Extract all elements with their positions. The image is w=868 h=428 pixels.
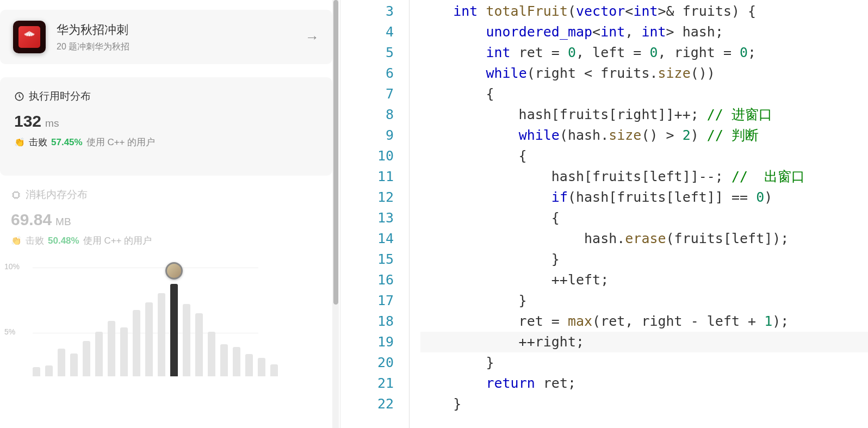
line-number: 18 — [349, 311, 394, 332]
chart-bar[interactable] — [145, 302, 153, 376]
memory-icon — [11, 190, 21, 200]
code-line[interactable]: return ret; — [420, 373, 868, 394]
memory-num: 69.84 — [11, 210, 52, 229]
chart-bar[interactable] — [133, 310, 140, 376]
scrollbar-track[interactable] — [332, 0, 339, 428]
left-panel: 华为秋招冲刺 20 题冲刺华为秋招 → 执行用时分布 132 ms 👏 击败 5… — [0, 0, 340, 428]
user-avatar-marker[interactable] — [165, 262, 183, 280]
code-line[interactable]: ++left; — [420, 270, 868, 290]
code-line[interactable]: { — [420, 146, 868, 166]
line-number: 15 — [349, 249, 394, 270]
runtime-header-text: 执行用时分布 — [29, 89, 91, 103]
chart-bar[interactable] — [108, 321, 115, 376]
promo-card[interactable]: 华为秋招冲刺 20 题冲刺华为秋招 → — [0, 10, 332, 64]
line-number: 10 — [349, 146, 394, 166]
runtime-beat: 👏 击败 57.45% 使用 C++ 的用户 — [14, 136, 318, 148]
beat-pct: 57.45% — [51, 137, 83, 148]
chart-bar[interactable] — [220, 344, 228, 377]
chart-bar[interactable] — [58, 349, 65, 376]
line-number: 11 — [349, 166, 394, 187]
memory-header-text: 消耗内存分布 — [26, 188, 88, 202]
code-line[interactable]: unordered_map<int, int> hash; — [420, 22, 868, 42]
code-line[interactable]: int ret = 0, left = 0, right = 0; — [420, 42, 868, 63]
line-number: 19 — [349, 332, 394, 352]
memory-beat: 👏 击败 50.48% 使用 C++ 的用户 — [11, 234, 326, 247]
line-number: 8 — [349, 104, 394, 125]
line-number: 3 — [349, 1, 394, 22]
line-number: 12 — [349, 187, 394, 208]
beat-rest: 使用 C++ 的用户 — [86, 136, 156, 148]
beat-pct: 50.48% — [48, 235, 79, 246]
line-number: 6 — [349, 63, 394, 84]
scrollbar-thumb[interactable] — [333, 0, 338, 305]
chart-bar[interactable] — [70, 353, 78, 377]
chart-bars — [33, 284, 278, 376]
code-line[interactable]: { — [420, 84, 868, 104]
beat-rest: 使用 C++ 的用户 — [83, 234, 152, 247]
runtime-unit: ms — [45, 117, 59, 129]
memory-value: 69.84 MB — [11, 210, 326, 229]
line-number: 9 — [349, 125, 394, 146]
code-line[interactable]: while(right < fruits.size()) — [420, 63, 868, 84]
code-line[interactable]: while(hash.size() > 2) // 判断 — [420, 125, 868, 146]
runtime-distribution-chart[interactable]: 10% 5% — [0, 262, 340, 376]
runtime-stats-card[interactable]: 执行用时分布 132 ms 👏 击败 57.45% 使用 C++ 的用户 — [0, 77, 332, 176]
code-line[interactable]: ret = max(ret, right - left + 1); — [420, 311, 868, 332]
line-number: 7 — [349, 84, 394, 104]
line-number: 14 — [349, 228, 394, 249]
code-line[interactable]: } — [420, 290, 868, 311]
code-line[interactable]: if(hash[fruits[left]] == 0) — [420, 187, 868, 208]
memory-header: 消耗内存分布 — [11, 188, 326, 202]
chart-bar[interactable] — [158, 293, 165, 376]
svg-rect-1 — [14, 192, 19, 197]
chart-bar[interactable] — [33, 367, 40, 376]
code-editor[interactable]: 345678910111213141516171819202122 int to… — [349, 0, 868, 428]
line-number: 21 — [349, 373, 394, 394]
line-number: 20 — [349, 352, 394, 373]
chart-bar[interactable] — [95, 332, 103, 376]
chart-bar[interactable] — [208, 332, 215, 376]
beat-label: 击败 — [29, 136, 47, 148]
chart-bar[interactable] — [170, 284, 178, 376]
code-line[interactable]: int totalFruit(vector<int>& fruits) { — [420, 1, 868, 22]
promo-text: 华为秋招冲刺 20 题冲刺华为秋招 — [57, 22, 294, 53]
runtime-num: 132 — [14, 112, 41, 131]
huawei-logo — [13, 21, 46, 53]
chart-bar[interactable] — [245, 354, 253, 376]
code-line[interactable]: hash.erase(fruits[left]); — [420, 228, 868, 249]
code-line[interactable]: ++right; — [420, 332, 868, 352]
clap-icon: 👏 — [11, 235, 22, 246]
line-number: 16 — [349, 270, 394, 290]
arrow-right-icon: → — [305, 29, 319, 46]
chart-bar[interactable] — [183, 304, 190, 376]
huawei-icon — [22, 30, 36, 44]
chart-bar[interactable] — [233, 347, 240, 376]
panel-divider[interactable] — [340, 0, 349, 428]
code-line[interactable]: hash[fruits[left]]--; // 出窗口 — [420, 166, 868, 187]
clock-icon — [14, 91, 24, 102]
code-line[interactable]: } — [420, 249, 868, 270]
chart-ylabel-10: 10% — [4, 262, 20, 271]
memory-unit: MB — [55, 216, 71, 228]
clap-icon: 👏 — [14, 137, 25, 147]
chart-bar[interactable] — [258, 358, 265, 376]
line-number: 13 — [349, 208, 394, 228]
beat-label: 击败 — [26, 234, 44, 247]
line-number: 17 — [349, 290, 394, 311]
code-line[interactable]: } — [420, 352, 868, 373]
code-line[interactable]: } — [420, 394, 868, 414]
promo-subtitle: 20 题冲刺华为秋招 — [57, 41, 294, 53]
chart-ylabel-5: 5% — [4, 327, 15, 336]
code-line[interactable]: hash[fruits[right]]++; // 进窗口 — [420, 104, 868, 125]
promo-title: 华为秋招冲刺 — [57, 22, 294, 38]
chart-bar[interactable] — [270, 364, 278, 376]
code-content[interactable]: int totalFruit(vector<int>& fruits) { un… — [410, 0, 868, 428]
line-number: 5 — [349, 42, 394, 63]
chart-bar[interactable] — [83, 341, 90, 376]
code-line[interactable]: { — [420, 208, 868, 228]
chart-bar[interactable] — [120, 327, 128, 376]
memory-stats-block: 消耗内存分布 69.84 MB 👏 击败 50.48% 使用 C++ 的用户 — [0, 188, 340, 247]
chart-bar[interactable] — [195, 313, 203, 376]
chart-bar[interactable] — [45, 365, 53, 376]
runtime-value: 132 ms — [14, 112, 318, 131]
